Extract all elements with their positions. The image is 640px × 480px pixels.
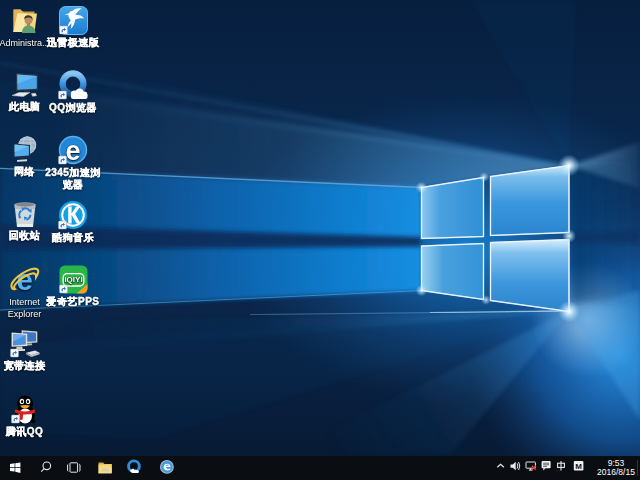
- svg-text:iQIYI: iQIYI: [64, 275, 82, 284]
- svg-text:M: M: [575, 462, 582, 471]
- svg-text:e: e: [65, 136, 80, 166]
